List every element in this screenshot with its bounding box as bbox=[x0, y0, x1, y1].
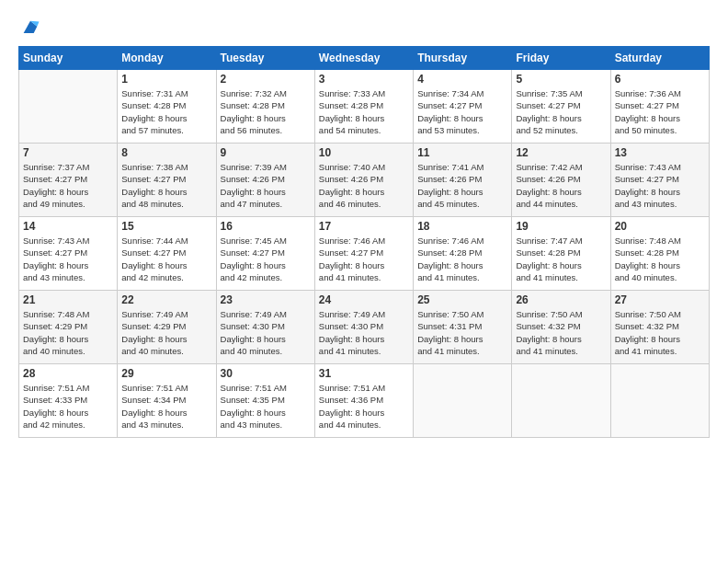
day-info: Sunrise: 7:48 AM Sunset: 4:29 PM Dayligh… bbox=[23, 308, 113, 357]
calendar-cell bbox=[610, 364, 709, 438]
day-info: Sunrise: 7:49 AM Sunset: 4:30 PM Dayligh… bbox=[319, 308, 409, 357]
day-info: Sunrise: 7:43 AM Sunset: 4:27 PM Dayligh… bbox=[23, 235, 113, 283]
day-number: 19 bbox=[516, 220, 606, 233]
calendar-header-row: SundayMondayTuesdayWednesdayThursdayFrid… bbox=[19, 47, 710, 70]
day-number: 9 bbox=[221, 146, 311, 159]
day-number: 22 bbox=[121, 293, 211, 306]
calendar-cell: 1Sunrise: 7:31 AM Sunset: 4:28 PM Daylig… bbox=[118, 70, 216, 144]
calendar-header-tuesday: Tuesday bbox=[216, 47, 314, 70]
day-number: 23 bbox=[221, 293, 311, 306]
calendar-cell: 22Sunrise: 7:49 AM Sunset: 4:29 PM Dayli… bbox=[118, 291, 216, 364]
calendar-cell: 21Sunrise: 7:48 AM Sunset: 4:29 PM Dayli… bbox=[19, 291, 118, 364]
day-number: 10 bbox=[319, 146, 409, 159]
day-number: 12 bbox=[516, 146, 606, 159]
day-number: 6 bbox=[615, 73, 705, 86]
calendar-cell: 16Sunrise: 7:45 AM Sunset: 4:27 PM Dayli… bbox=[216, 217, 314, 291]
day-info: Sunrise: 7:45 AM Sunset: 4:27 PM Dayligh… bbox=[221, 235, 311, 283]
calendar-cell: 29Sunrise: 7:51 AM Sunset: 4:34 PM Dayli… bbox=[118, 364, 216, 438]
day-info: Sunrise: 7:36 AM Sunset: 4:27 PM Dayligh… bbox=[615, 87, 705, 136]
calendar-cell: 2Sunrise: 7:32 AM Sunset: 4:28 PM Daylig… bbox=[216, 70, 314, 144]
day-number: 2 bbox=[221, 73, 311, 86]
day-number: 17 bbox=[319, 220, 409, 233]
day-info: Sunrise: 7:49 AM Sunset: 4:29 PM Dayligh… bbox=[121, 308, 211, 357]
calendar-header-friday: Friday bbox=[512, 47, 610, 70]
day-info: Sunrise: 7:51 AM Sunset: 4:34 PM Dayligh… bbox=[121, 382, 211, 431]
day-number: 1 bbox=[121, 73, 211, 86]
day-number: 26 bbox=[516, 293, 606, 306]
day-info: Sunrise: 7:50 AM Sunset: 4:32 PM Dayligh… bbox=[516, 308, 606, 357]
calendar-cell: 9Sunrise: 7:39 AM Sunset: 4:26 PM Daylig… bbox=[216, 144, 314, 217]
day-number: 16 bbox=[221, 220, 311, 233]
day-number: 29 bbox=[121, 367, 211, 380]
calendar-header-wednesday: Wednesday bbox=[314, 47, 413, 70]
calendar-cell: 27Sunrise: 7:50 AM Sunset: 4:32 PM Dayli… bbox=[610, 291, 709, 364]
day-number: 25 bbox=[417, 293, 507, 306]
day-number: 24 bbox=[319, 293, 409, 306]
day-info: Sunrise: 7:44 AM Sunset: 4:27 PM Dayligh… bbox=[121, 235, 211, 283]
day-info: Sunrise: 7:51 AM Sunset: 4:36 PM Dayligh… bbox=[319, 382, 409, 431]
day-info: Sunrise: 7:38 AM Sunset: 4:27 PM Dayligh… bbox=[121, 161, 211, 210]
day-number: 4 bbox=[417, 73, 507, 86]
day-info: Sunrise: 7:32 AM Sunset: 4:28 PM Dayligh… bbox=[221, 87, 311, 136]
logo bbox=[18, 17, 40, 37]
day-info: Sunrise: 7:33 AM Sunset: 4:28 PM Dayligh… bbox=[319, 87, 409, 136]
calendar-week-row: 14Sunrise: 7:43 AM Sunset: 4:27 PM Dayli… bbox=[19, 217, 710, 291]
calendar-header-monday: Monday bbox=[118, 47, 216, 70]
day-number: 15 bbox=[121, 220, 211, 233]
calendar-week-row: 1Sunrise: 7:31 AM Sunset: 4:28 PM Daylig… bbox=[19, 70, 710, 144]
calendar-cell: 15Sunrise: 7:44 AM Sunset: 4:27 PM Dayli… bbox=[118, 217, 216, 291]
calendar-cell: 3Sunrise: 7:33 AM Sunset: 4:28 PM Daylig… bbox=[314, 70, 413, 144]
calendar-week-row: 28Sunrise: 7:51 AM Sunset: 4:33 PM Dayli… bbox=[19, 364, 710, 438]
day-number: 7 bbox=[23, 146, 113, 159]
calendar-cell: 30Sunrise: 7:51 AM Sunset: 4:35 PM Dayli… bbox=[216, 364, 314, 438]
day-info: Sunrise: 7:34 AM Sunset: 4:27 PM Dayligh… bbox=[417, 87, 507, 136]
day-info: Sunrise: 7:40 AM Sunset: 4:26 PM Dayligh… bbox=[319, 161, 409, 210]
calendar-cell: 11Sunrise: 7:41 AM Sunset: 4:26 PM Dayli… bbox=[414, 144, 512, 217]
day-info: Sunrise: 7:46 AM Sunset: 4:27 PM Dayligh… bbox=[319, 235, 409, 283]
calendar-cell: 25Sunrise: 7:50 AM Sunset: 4:31 PM Dayli… bbox=[414, 291, 512, 364]
day-info: Sunrise: 7:46 AM Sunset: 4:28 PM Dayligh… bbox=[417, 235, 507, 283]
calendar-cell: 17Sunrise: 7:46 AM Sunset: 4:27 PM Dayli… bbox=[314, 217, 413, 291]
calendar-cell: 28Sunrise: 7:51 AM Sunset: 4:33 PM Dayli… bbox=[19, 364, 118, 438]
day-info: Sunrise: 7:51 AM Sunset: 4:33 PM Dayligh… bbox=[23, 382, 113, 431]
calendar-cell: 5Sunrise: 7:35 AM Sunset: 4:27 PM Daylig… bbox=[512, 70, 610, 144]
calendar-cell: 12Sunrise: 7:42 AM Sunset: 4:26 PM Dayli… bbox=[512, 144, 610, 217]
header bbox=[18, 17, 710, 37]
calendar-cell: 4Sunrise: 7:34 AM Sunset: 4:27 PM Daylig… bbox=[414, 70, 512, 144]
day-info: Sunrise: 7:51 AM Sunset: 4:35 PM Dayligh… bbox=[221, 382, 311, 431]
calendar-header-sunday: Sunday bbox=[19, 47, 118, 70]
day-number: 5 bbox=[516, 73, 606, 86]
logo-icon bbox=[20, 17, 40, 37]
day-info: Sunrise: 7:49 AM Sunset: 4:30 PM Dayligh… bbox=[221, 308, 311, 357]
calendar-cell: 19Sunrise: 7:47 AM Sunset: 4:28 PM Dayli… bbox=[512, 217, 610, 291]
calendar-cell: 23Sunrise: 7:49 AM Sunset: 4:30 PM Dayli… bbox=[216, 291, 314, 364]
calendar-cell: 6Sunrise: 7:36 AM Sunset: 4:27 PM Daylig… bbox=[610, 70, 709, 144]
day-info: Sunrise: 7:37 AM Sunset: 4:27 PM Dayligh… bbox=[23, 161, 113, 210]
day-info: Sunrise: 7:31 AM Sunset: 4:28 PM Dayligh… bbox=[121, 87, 211, 136]
day-info: Sunrise: 7:35 AM Sunset: 4:27 PM Dayligh… bbox=[516, 87, 606, 136]
calendar-cell: 20Sunrise: 7:48 AM Sunset: 4:28 PM Dayli… bbox=[610, 217, 709, 291]
calendar-header-thursday: Thursday bbox=[414, 47, 512, 70]
calendar-cell bbox=[512, 364, 610, 438]
day-info: Sunrise: 7:43 AM Sunset: 4:27 PM Dayligh… bbox=[615, 161, 705, 210]
calendar-week-row: 7Sunrise: 7:37 AM Sunset: 4:27 PM Daylig… bbox=[19, 144, 710, 217]
day-number: 27 bbox=[615, 293, 705, 306]
day-number: 30 bbox=[221, 367, 311, 380]
calendar-cell: 18Sunrise: 7:46 AM Sunset: 4:28 PM Dayli… bbox=[414, 217, 512, 291]
day-info: Sunrise: 7:48 AM Sunset: 4:28 PM Dayligh… bbox=[615, 235, 705, 283]
day-number: 31 bbox=[319, 367, 409, 380]
calendar-header-saturday: Saturday bbox=[610, 47, 709, 70]
day-number: 21 bbox=[23, 293, 113, 306]
day-number: 20 bbox=[615, 220, 705, 233]
day-number: 18 bbox=[417, 220, 507, 233]
day-info: Sunrise: 7:42 AM Sunset: 4:26 PM Dayligh… bbox=[516, 161, 606, 210]
day-number: 28 bbox=[23, 367, 113, 380]
calendar-cell: 8Sunrise: 7:38 AM Sunset: 4:27 PM Daylig… bbox=[118, 144, 216, 217]
calendar: SundayMondayTuesdayWednesdayThursdayFrid… bbox=[18, 46, 710, 438]
calendar-cell: 7Sunrise: 7:37 AM Sunset: 4:27 PM Daylig… bbox=[19, 144, 118, 217]
calendar-cell: 10Sunrise: 7:40 AM Sunset: 4:26 PM Dayli… bbox=[314, 144, 413, 217]
calendar-cell: 31Sunrise: 7:51 AM Sunset: 4:36 PM Dayli… bbox=[314, 364, 413, 438]
day-info: Sunrise: 7:47 AM Sunset: 4:28 PM Dayligh… bbox=[516, 235, 606, 283]
calendar-cell: 13Sunrise: 7:43 AM Sunset: 4:27 PM Dayli… bbox=[610, 144, 709, 217]
calendar-cell: 26Sunrise: 7:50 AM Sunset: 4:32 PM Dayli… bbox=[512, 291, 610, 364]
